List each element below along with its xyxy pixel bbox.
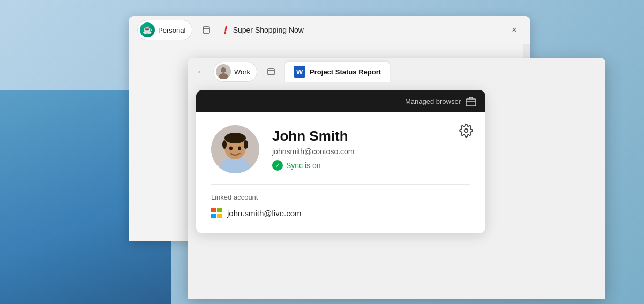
ms-logo-green xyxy=(217,208,222,212)
ms-logo-blue xyxy=(211,214,216,218)
sync-check-icon: ✓ xyxy=(272,160,283,171)
work-profile-icon xyxy=(216,64,231,79)
tab-switcher-icon-work[interactable] xyxy=(263,63,280,80)
svg-rect-7 xyxy=(466,99,476,106)
profile-card-header: Managed browser xyxy=(196,90,485,112)
close-button-personal[interactable]: × xyxy=(507,22,522,37)
ms-logo-yellow xyxy=(217,214,222,218)
alert-icon: ! xyxy=(223,23,227,37)
linked-account-label: Linked account xyxy=(211,193,470,201)
back-arrow-button[interactable]: ← xyxy=(196,66,206,78)
managed-browser-label: Managed browser xyxy=(405,95,477,107)
ms-logo-red xyxy=(211,208,216,212)
avatar xyxy=(211,125,259,173)
profile-card: Managed browser xyxy=(196,90,485,233)
tab-title-work: Project Status Report xyxy=(310,68,381,76)
tab-switcher-icon-personal[interactable] xyxy=(198,21,215,39)
user-name: John Smith xyxy=(272,128,355,145)
svg-point-17 xyxy=(229,147,233,150)
user-email: johnsmith@contoso.com xyxy=(272,147,355,156)
profile-pill-personal[interactable]: ☕ Personal xyxy=(137,20,192,40)
active-tab-work[interactable]: W Project Status Report xyxy=(285,62,390,82)
svg-point-18 xyxy=(238,147,241,150)
divider xyxy=(211,184,470,185)
work-profile-label: Work xyxy=(234,68,250,76)
svg-point-16 xyxy=(244,140,248,149)
svg-point-14 xyxy=(224,133,246,143)
settings-gear-button[interactable] xyxy=(458,122,475,139)
linked-account-email: john.smith@live.com xyxy=(227,209,302,218)
svg-point-9 xyxy=(465,129,468,133)
tab-title-personal: Super Shopping Now xyxy=(233,26,501,34)
svg-rect-0 xyxy=(203,27,209,33)
sync-status: ✓ Sync is on xyxy=(272,160,355,171)
browser-window-work: ← Work W Project xyxy=(188,58,605,299)
sync-status-text: Sync is on xyxy=(286,161,321,170)
personal-profile-icon: ☕ xyxy=(140,22,155,37)
personal-profile-label: Personal xyxy=(158,26,185,34)
svg-point-15 xyxy=(222,140,227,149)
briefcase-icon xyxy=(465,95,477,107)
titlebar-work: ← Work W Project xyxy=(188,58,605,86)
linked-account-row: john.smith@live.com xyxy=(211,208,470,218)
svg-rect-5 xyxy=(268,69,274,75)
svg-point-3 xyxy=(221,67,226,73)
profile-card-body: John Smith johnsmith@contoso.com ✓ Sync … xyxy=(196,112,485,233)
titlebar-personal: ☕ Personal ! Super Shopping Now × xyxy=(129,16,530,44)
profile-pill-work[interactable]: Work xyxy=(213,62,257,82)
user-details: John Smith johnsmith@contoso.com ✓ Sync … xyxy=(272,128,355,170)
microsoft-logo xyxy=(211,208,222,218)
user-info-row: John Smith johnsmith@contoso.com ✓ Sync … xyxy=(211,125,470,173)
word-app-icon: W xyxy=(294,66,305,78)
